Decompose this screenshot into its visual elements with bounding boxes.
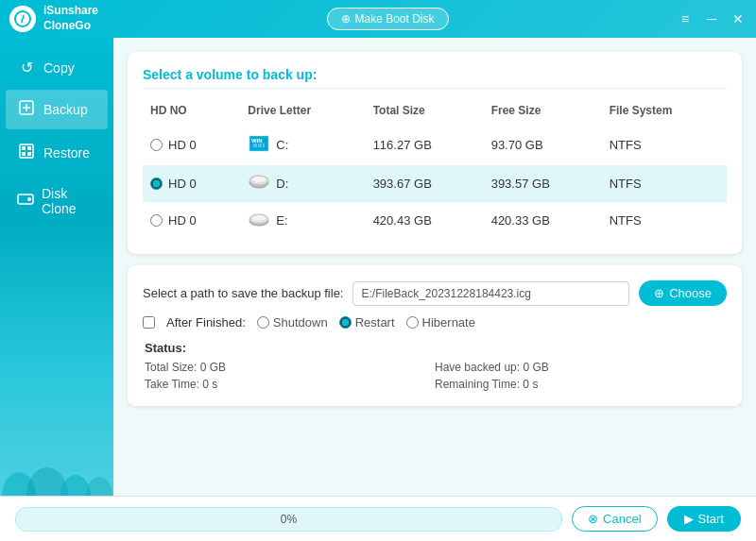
status-remaining-time: Remaining Time: 0 s bbox=[435, 378, 725, 391]
hd-no-d: HD 0 bbox=[168, 177, 197, 191]
drive-letter-e: E: bbox=[276, 213, 287, 228]
drive-letter-d: D: bbox=[276, 177, 288, 191]
path-row: Select a path to save the backup file: ⊕… bbox=[143, 280, 727, 306]
svg-rect-8 bbox=[27, 152, 31, 156]
status-backed-up: Have backed up: 0 GB bbox=[435, 361, 725, 374]
progress-bar-container: 0% bbox=[15, 507, 562, 532]
sidebar-item-disk-clone[interactable]: Disk Clone bbox=[6, 177, 108, 226]
hd-no-e: HD 0 bbox=[168, 213, 197, 228]
free-size-c: 93.70 GB bbox=[484, 125, 602, 165]
menu-icon[interactable]: ≡ bbox=[677, 11, 694, 26]
progress-text: 0% bbox=[281, 513, 297, 526]
status-grid: Total Size: 0 GB Have backed up: 0 GB Ta… bbox=[145, 361, 725, 391]
volume-radio-e[interactable] bbox=[150, 214, 163, 227]
svg-point-23 bbox=[252, 215, 266, 221]
fs-c: NTFS bbox=[602, 125, 727, 165]
restart-radio[interactable] bbox=[339, 316, 352, 329]
col-total-size: Total Size bbox=[366, 100, 484, 125]
col-free-size: Free Size bbox=[484, 100, 602, 125]
sidebar-item-restore[interactable]: Restore bbox=[6, 133, 108, 173]
hibernate-option[interactable]: Hibernate bbox=[406, 315, 475, 330]
total-size-e: 420.43 GB bbox=[366, 202, 484, 239]
svg-text:WIN: WIN bbox=[251, 138, 263, 144]
status-take-time: Take Time: 0 s bbox=[145, 378, 435, 391]
status-title: Status: bbox=[145, 341, 725, 355]
volume-radio-d[interactable] bbox=[150, 178, 163, 190]
table-row[interactable]: HD 0 bbox=[143, 125, 727, 165]
sidebar-item-restore-label: Restore bbox=[43, 145, 90, 161]
main-content: Select a volume to back up: HD NO Drive … bbox=[113, 38, 756, 496]
make-boot-disk-button[interactable]: ⊕ Make Boot Disk bbox=[327, 8, 449, 30]
volume-table: HD NO Drive Letter Total Size Free Size … bbox=[143, 100, 727, 239]
sidebar: ↺ Copy Backup bbox=[0, 38, 113, 496]
svg-rect-13 bbox=[253, 144, 257, 147]
after-finished-checkbox[interactable] bbox=[143, 316, 155, 329]
drive-icon-d bbox=[248, 173, 270, 194]
sidebar-item-copy-label: Copy bbox=[43, 60, 75, 76]
path-label: Select a path to save the backup file: bbox=[143, 286, 343, 300]
drive-icon-e bbox=[248, 210, 270, 231]
shutdown-option[interactable]: Shutdown bbox=[257, 315, 328, 330]
status-total-size: Total Size: 0 GB bbox=[145, 361, 435, 374]
sidebar-item-disk-clone-label: Disk Clone bbox=[42, 186, 96, 216]
col-drive-letter: Drive Letter bbox=[240, 100, 365, 125]
total-size-c: 116.27 GB bbox=[366, 125, 484, 165]
total-size-d: 393.67 GB bbox=[366, 165, 484, 202]
sidebar-item-backup[interactable]: Backup bbox=[6, 90, 108, 129]
path-input[interactable] bbox=[352, 281, 629, 306]
shutdown-radio[interactable] bbox=[257, 316, 269, 329]
svg-point-20 bbox=[252, 177, 266, 182]
free-size-e: 420.33 GB bbox=[484, 202, 602, 239]
minimize-icon[interactable]: ─ bbox=[703, 11, 720, 26]
cancel-button[interactable]: ⊗ Cancel bbox=[572, 506, 657, 532]
svg-rect-15 bbox=[263, 144, 265, 147]
svg-rect-6 bbox=[22, 152, 26, 156]
volume-radio-c[interactable] bbox=[150, 139, 163, 151]
table-row[interactable]: HD 0 bbox=[143, 202, 727, 239]
disk-clone-icon bbox=[17, 191, 34, 211]
app-logo: iSunshare CloneGo bbox=[9, 4, 98, 33]
free-size-d: 393.57 GB bbox=[484, 165, 602, 202]
choose-plus-icon: ⊕ bbox=[654, 286, 664, 300]
hibernate-radio[interactable] bbox=[406, 316, 419, 329]
start-button[interactable]: ▶ Start bbox=[667, 506, 741, 532]
table-row[interactable]: HD 0 bbox=[143, 165, 727, 202]
window-controls: ≡ ─ ✕ bbox=[677, 11, 747, 26]
choose-button[interactable]: ⊕ Choose bbox=[639, 280, 727, 306]
cancel-icon: ⊗ bbox=[588, 512, 598, 526]
col-file-system: File System bbox=[602, 100, 727, 125]
drive-icon-c: WIN bbox=[248, 132, 270, 158]
svg-rect-7 bbox=[27, 146, 31, 150]
copy-icon: ↺ bbox=[17, 59, 36, 76]
after-finished-label: After Finished: bbox=[166, 315, 246, 330]
backup-panel: Select a path to save the backup file: ⊕… bbox=[128, 265, 742, 406]
sidebar-item-copy[interactable]: ↺ Copy bbox=[6, 49, 108, 86]
after-finished-row: After Finished: Shutdown Restart Hiberna… bbox=[143, 315, 727, 330]
col-hd-no: HD NO bbox=[143, 100, 240, 125]
fs-d: NTFS bbox=[602, 165, 727, 202]
svg-point-10 bbox=[27, 197, 31, 201]
fs-e: NTFS bbox=[602, 202, 727, 239]
status-section: Status: Total Size: 0 GB Have backed up:… bbox=[143, 341, 727, 391]
svg-rect-14 bbox=[258, 144, 262, 147]
restart-option[interactable]: Restart bbox=[339, 315, 395, 330]
sidebar-item-backup-label: Backup bbox=[43, 102, 88, 117]
title-bar: iSunshare CloneGo ⊕ Make Boot Disk ≡ ─ ✕ bbox=[0, 0, 756, 38]
hd-no-c: HD 0 bbox=[168, 138, 197, 152]
close-icon[interactable]: ✕ bbox=[730, 11, 747, 26]
drive-letter-c: C: bbox=[276, 138, 288, 152]
start-icon: ▶ bbox=[684, 512, 694, 526]
bottom-bar: 0% ⊗ Cancel ▶ Start bbox=[0, 496, 756, 541]
logo-icon bbox=[9, 6, 36, 32]
svg-rect-5 bbox=[22, 146, 26, 150]
restore-icon bbox=[17, 143, 36, 163]
app-name: iSunshare CloneGo bbox=[43, 4, 98, 33]
volume-panel: Select a volume to back up: HD NO Drive … bbox=[128, 52, 742, 254]
backup-icon bbox=[17, 99, 36, 120]
volume-panel-title: Select a volume to back up: bbox=[143, 67, 727, 89]
disk-icon: ⊕ bbox=[341, 12, 351, 25]
